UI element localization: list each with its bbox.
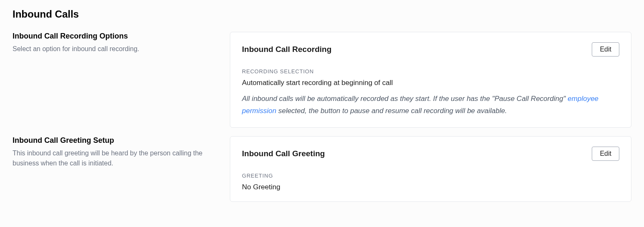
page-title: Inbound Calls [13, 8, 631, 20]
recording-options-description: Select an option for inbound call record… [13, 44, 213, 54]
edit-greeting-button[interactable]: Edit [592, 147, 619, 161]
greeting-card-header: Inbound Call Greeting Edit [242, 147, 619, 161]
greeting-setup-heading: Inbound Call Greeting Setup [13, 136, 213, 145]
recording-desc-text-2: selected, the button to pause and resume… [276, 107, 507, 115]
recording-section: Inbound Call Recording Options Select an… [13, 32, 631, 128]
greeting-section: Inbound Call Greeting Setup This inbound… [13, 136, 631, 202]
recording-selection-description: All inbound calls will be automatically … [242, 93, 619, 117]
recording-card-header: Inbound Call Recording Edit [242, 42, 619, 57]
greeting-card-title: Inbound Call Greeting [242, 149, 325, 158]
greeting-setup-description: This inbound call greeting will be heard… [13, 148, 213, 168]
greeting-section-left: Inbound Call Greeting Setup This inbound… [13, 136, 213, 202]
recording-options-heading: Inbound Call Recording Options [13, 32, 213, 41]
greeting-card: Inbound Call Greeting Edit GREETING No G… [230, 136, 631, 202]
recording-section-left: Inbound Call Recording Options Select an… [13, 32, 213, 128]
recording-selection-label: RECORDING SELECTION [242, 68, 619, 75]
greeting-value: No Greeting [242, 183, 619, 191]
recording-card-title: Inbound Call Recording [242, 45, 331, 54]
recording-card: Inbound Call Recording Edit RECORDING SE… [230, 32, 631, 128]
recording-section-right: Inbound Call Recording Edit RECORDING SE… [230, 32, 631, 128]
edit-recording-button[interactable]: Edit [592, 42, 619, 57]
greeting-label: GREETING [242, 173, 619, 179]
recording-selection-value: Automatically start recording at beginni… [242, 79, 619, 87]
greeting-section-right: Inbound Call Greeting Edit GREETING No G… [230, 136, 631, 202]
recording-desc-text-1: All inbound calls will be automatically … [242, 95, 568, 103]
